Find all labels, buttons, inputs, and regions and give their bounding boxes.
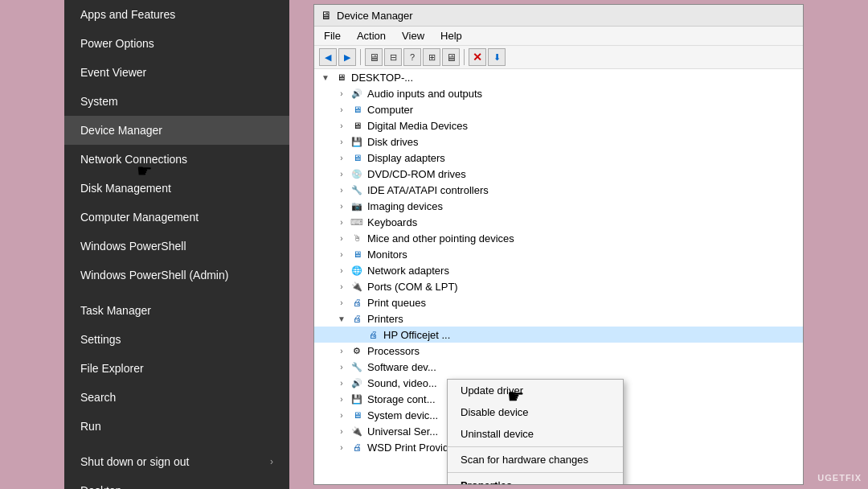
audio-toggle[interactable]: › [334, 86, 350, 101]
menubar-file[interactable]: File [321, 29, 344, 43]
tree-disk-drives[interactable]: › 💾 Disk drives [314, 134, 803, 150]
menu-label-disk-management: Disk Management [80, 182, 171, 195]
tree-digital-media[interactable]: › 🖥 Digital Media Devices [314, 117, 803, 134]
shut-down-arrow-icon: › [270, 456, 273, 467]
print-queues-label: Print queues [367, 297, 426, 309]
tree-network-adapters[interactable]: › 🌐 Network adapters [314, 262, 803, 278]
computer-label: Computer [367, 104, 413, 116]
toolbar-properties-btn[interactable]: 🖥 [365, 48, 383, 66]
toolbar-forward-btn[interactable]: ▶ [338, 48, 356, 66]
tree-ide-ata[interactable]: › 🔧 IDE ATA/ATAPI controllers [314, 182, 803, 198]
toolbar-back-btn[interactable]: ◀ [319, 48, 337, 66]
mice-label: Mice and other pointing devices [367, 232, 514, 244]
processors-toggle[interactable]: › [334, 343, 350, 358]
menu-item-disk-management[interactable]: Disk Management [64, 174, 289, 203]
menu-item-system[interactable]: System [64, 87, 289, 116]
menu-item-event-viewer[interactable]: Event Viewer [64, 58, 289, 87]
toolbar-scan-btn[interactable]: ⊞ [423, 48, 440, 66]
tree-software-dev[interactable]: › 🔧 Software dev... [314, 359, 803, 375]
computer-toggle[interactable]: › [334, 102, 350, 117]
context-uninstall-device[interactable]: Uninstall device [448, 423, 623, 445]
menu-item-search[interactable]: Search [64, 383, 289, 412]
menu-item-device-manager[interactable]: Device Manager [64, 116, 289, 145]
context-menu: Update driver Disable device Uninstall d… [447, 379, 624, 484]
tree-audio[interactable]: › 🔊 Audio inputs and outputs [314, 85, 803, 101]
digital-media-toggle[interactable]: › [334, 118, 350, 133]
menu-item-desktop[interactable]: Desktop [64, 476, 289, 489]
monitors-toggle[interactable]: › [334, 247, 350, 261]
menu-label-shut-down: Shut down or sign out [80, 455, 189, 468]
menubar-help[interactable]: Help [437, 29, 465, 43]
titlebar-icon: 🖥 [321, 9, 332, 22]
digital-media-icon: 🖥 [350, 118, 364, 133]
menu-item-computer-management[interactable]: Computer Management [64, 203, 289, 232]
menu-label-file-explorer: File Explorer [80, 362, 144, 375]
tree-imaging[interactable]: › 📷 Imaging devices [314, 198, 803, 214]
network-adapters-toggle[interactable]: › [334, 263, 350, 277]
keyboards-toggle[interactable]: › [334, 215, 350, 229]
tree-root[interactable]: ▼ 🖥 DESKTOP-... [314, 69, 803, 85]
menu-item-network-connections[interactable]: Network Connections [64, 145, 289, 174]
toolbar-disable-btn[interactable]: ✕ [469, 48, 486, 66]
storage-cont-icon: 💾 [350, 392, 364, 406]
menu-item-run[interactable]: Run [64, 412, 289, 441]
toolbar-down-btn[interactable]: ⬇ [488, 48, 506, 66]
wsd-print-toggle[interactable]: › [334, 440, 350, 454]
menu-label-search: Search [80, 391, 116, 404]
tree-monitors[interactable]: › 🖥 Monitors [314, 246, 803, 262]
tree-processors[interactable]: › ⚙ Processors [314, 343, 803, 359]
dvd-cd-toggle[interactable]: › [334, 166, 350, 181]
ide-ata-label: IDE ATA/ATAPI controllers [367, 184, 489, 196]
menu-item-file-explorer[interactable]: File Explorer [64, 354, 289, 383]
menu-item-shut-down[interactable]: Shut down or sign out › [64, 447, 289, 476]
menubar-action[interactable]: Action [354, 29, 389, 43]
printers-label: Printers [367, 313, 403, 325]
imaging-label: Imaging devices [367, 200, 443, 212]
menu-item-power-options[interactable]: Power Options [64, 29, 289, 58]
toolbar-sep-2 [464, 49, 465, 65]
tree-dvd-cd[interactable]: › 💿 DVD/CD-ROM drives [314, 166, 803, 182]
processors-label: Processors [367, 345, 420, 357]
menu-item-task-manager[interactable]: Task Manager [64, 296, 289, 325]
toolbar-help-btn[interactable]: ? [403, 48, 421, 66]
menu-item-settings[interactable]: Settings [64, 325, 289, 354]
audio-icon: 🔊 [350, 86, 364, 101]
menu-item-windows-powershell[interactable]: Windows PowerShell [64, 232, 289, 261]
left-menu: Apps and Features Power Options Event Vi… [64, 0, 289, 489]
tree-display-adapters[interactable]: › 🖥 Display adapters [314, 150, 803, 166]
context-scan-hardware[interactable]: Scan for hardware changes [448, 449, 623, 471]
ide-ata-toggle[interactable]: › [334, 183, 350, 197]
menu-item-windows-powershell-admin[interactable]: Windows PowerShell (Admin) [64, 261, 289, 290]
context-sep-2 [448, 472, 623, 473]
mice-icon: 🖱 [350, 231, 364, 245]
imaging-toggle[interactable]: › [334, 199, 350, 213]
tree-print-queues[interactable]: › 🖨 Print queues [314, 294, 803, 310]
tree-printers[interactable]: ▼ 🖨 Printers [314, 310, 803, 327]
tree-mice[interactable]: › 🖱 Mice and other pointing devices [314, 230, 803, 246]
context-update-driver[interactable]: Update driver [448, 380, 623, 401]
toolbar-update-btn[interactable]: ⊟ [384, 48, 402, 66]
software-dev-toggle[interactable]: › [334, 360, 350, 374]
disk-drives-toggle[interactable]: › [334, 134, 350, 149]
ports-icon: 🔌 [350, 279, 364, 294]
mice-toggle[interactable]: › [334, 231, 350, 245]
tree-ports[interactable]: › 🔌 Ports (COM & LPT) [314, 278, 803, 294]
printers-toggle[interactable]: ▼ [334, 311, 350, 326]
menu-item-apps-features[interactable]: Apps and Features [64, 0, 289, 29]
device-tree[interactable]: ▼ 🖥 DESKTOP-... › 🔊 Audio inputs and out… [314, 69, 803, 484]
context-disable-device[interactable]: Disable device [448, 401, 623, 423]
tree-keyboards[interactable]: › ⌨ Keyboards [314, 214, 803, 230]
universal-ser-toggle[interactable]: › [334, 424, 350, 438]
tree-hp-officejet[interactable]: › 🖨 HP Officejet ... [314, 327, 803, 343]
storage-cont-toggle[interactable]: › [334, 392, 350, 406]
tree-computer[interactable]: › 🖥 Computer [314, 101, 803, 117]
root-toggle[interactable]: ▼ [317, 70, 334, 84]
ports-toggle[interactable]: › [334, 279, 350, 294]
toolbar-display-btn[interactable]: 🖥 [442, 48, 460, 66]
display-adapters-toggle[interactable]: › [334, 150, 350, 165]
menubar-view[interactable]: View [399, 29, 428, 43]
context-properties[interactable]: Properties [448, 475, 623, 484]
sound-video-toggle[interactable]: › [334, 376, 350, 390]
system-dev-toggle[interactable]: › [334, 408, 350, 422]
print-queues-toggle[interactable]: › [334, 295, 350, 310]
